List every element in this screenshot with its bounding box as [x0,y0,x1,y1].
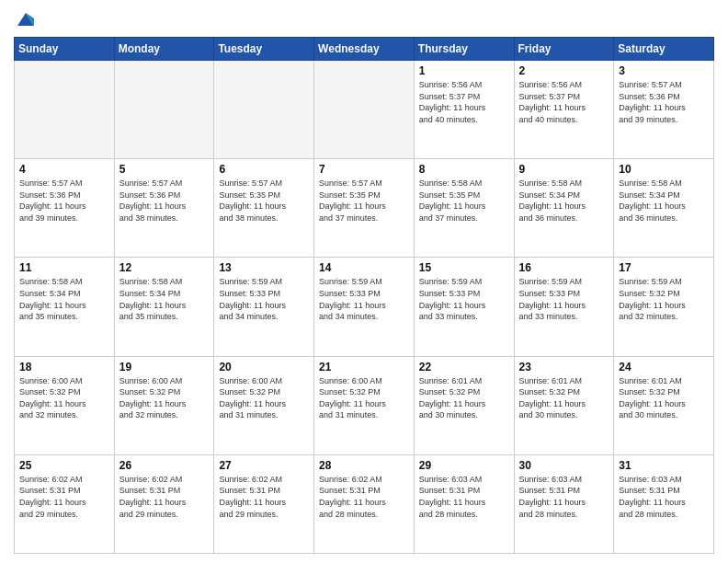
day-number: 1 [419,64,509,77]
calendar-cell [214,61,314,159]
day-number: 5 [119,163,210,176]
day-info: Sunrise: 6:00 AM Sunset: 5:32 PM Dayligh… [319,375,409,421]
day-number: 28 [319,459,409,472]
col-header-friday: Friday [514,38,614,61]
day-number: 6 [219,163,309,176]
calendar-cell: 1Sunrise: 5:56 AM Sunset: 5:37 PM Daylig… [414,61,514,159]
calendar-cell: 3Sunrise: 5:57 AM Sunset: 5:36 PM Daylig… [614,61,714,159]
calendar-cell: 29Sunrise: 6:03 AM Sunset: 5:31 PM Dayli… [414,454,514,553]
day-info: Sunrise: 5:56 AM Sunset: 5:37 PM Dayligh… [519,79,609,125]
day-number: 9 [519,163,609,176]
day-info: Sunrise: 6:03 AM Sunset: 5:31 PM Dayligh… [419,474,509,520]
calendar-cell: 15Sunrise: 5:59 AM Sunset: 5:33 PM Dayli… [414,258,514,356]
day-info: Sunrise: 6:02 AM Sunset: 5:31 PM Dayligh… [19,474,109,520]
col-header-thursday: Thursday [414,38,514,61]
day-number: 18 [19,361,109,373]
day-number: 24 [619,361,709,373]
day-number: 26 [119,459,210,472]
header [14,9,714,29]
day-info: Sunrise: 5:58 AM Sunset: 5:34 PM Dayligh… [619,178,709,224]
calendar-cell: 10Sunrise: 5:58 AM Sunset: 5:34 PM Dayli… [614,159,714,258]
day-info: Sunrise: 5:58 AM Sunset: 5:34 PM Dayligh… [519,178,609,224]
calendar-cell: 7Sunrise: 5:57 AM Sunset: 5:35 PM Daylig… [314,159,415,258]
logo-icon [16,9,36,29]
day-number: 3 [619,64,709,77]
day-info: Sunrise: 5:57 AM Sunset: 5:36 PM Dayligh… [119,178,210,224]
day-info: Sunrise: 5:59 AM Sunset: 5:33 PM Dayligh… [219,276,309,322]
day-info: Sunrise: 5:57 AM Sunset: 5:35 PM Dayligh… [219,178,309,224]
day-number: 23 [519,361,609,373]
col-header-sunday: Sunday [15,38,115,61]
calendar-cell: 28Sunrise: 6:02 AM Sunset: 5:31 PM Dayli… [314,454,415,553]
calendar-table: SundayMondayTuesdayWednesdayThursdayFrid… [14,37,714,554]
day-number: 31 [619,459,709,472]
day-number: 4 [19,163,109,176]
calendar-week-5: 25Sunrise: 6:02 AM Sunset: 5:31 PM Dayli… [15,454,714,553]
calendar-cell: 30Sunrise: 6:03 AM Sunset: 5:31 PM Dayli… [514,454,614,553]
day-number: 20 [219,361,309,373]
calendar-week-2: 4Sunrise: 5:57 AM Sunset: 5:36 PM Daylig… [15,159,714,258]
day-info: Sunrise: 6:00 AM Sunset: 5:32 PM Dayligh… [119,375,210,421]
calendar-cell: 23Sunrise: 6:01 AM Sunset: 5:32 PM Dayli… [514,356,614,454]
day-info: Sunrise: 6:00 AM Sunset: 5:32 PM Dayligh… [19,375,109,421]
day-info: Sunrise: 5:58 AM Sunset: 5:34 PM Dayligh… [19,276,109,322]
calendar-cell: 4Sunrise: 5:57 AM Sunset: 5:36 PM Daylig… [15,159,115,258]
day-number: 19 [119,361,210,373]
calendar-cell: 19Sunrise: 6:00 AM Sunset: 5:32 PM Dayli… [114,356,214,454]
col-header-saturday: Saturday [614,38,714,61]
day-number: 16 [519,261,609,274]
day-number: 30 [519,459,609,472]
day-number: 21 [319,361,409,373]
day-info: Sunrise: 5:59 AM Sunset: 5:32 PM Dayligh… [619,276,709,322]
day-info: Sunrise: 6:03 AM Sunset: 5:31 PM Dayligh… [619,474,709,520]
calendar-cell: 9Sunrise: 5:58 AM Sunset: 5:34 PM Daylig… [514,159,614,258]
day-number: 17 [619,261,709,274]
calendar-cell: 12Sunrise: 5:58 AM Sunset: 5:34 PM Dayli… [114,258,214,356]
day-info: Sunrise: 6:01 AM Sunset: 5:32 PM Dayligh… [519,375,609,421]
day-info: Sunrise: 5:59 AM Sunset: 5:33 PM Dayligh… [319,276,409,322]
day-info: Sunrise: 5:57 AM Sunset: 5:36 PM Dayligh… [19,178,109,224]
day-number: 13 [219,261,309,274]
calendar-header-row: SundayMondayTuesdayWednesdayThursdayFrid… [15,38,714,61]
calendar-week-3: 11Sunrise: 5:58 AM Sunset: 5:34 PM Dayli… [15,258,714,356]
calendar-cell: 8Sunrise: 5:58 AM Sunset: 5:35 PM Daylig… [414,159,514,258]
calendar-cell: 14Sunrise: 5:59 AM Sunset: 5:33 PM Dayli… [314,258,415,356]
day-info: Sunrise: 6:02 AM Sunset: 5:31 PM Dayligh… [219,474,309,520]
calendar-cell: 21Sunrise: 6:00 AM Sunset: 5:32 PM Dayli… [314,356,415,454]
day-info: Sunrise: 5:58 AM Sunset: 5:34 PM Dayligh… [119,276,210,322]
day-number: 10 [619,163,709,176]
day-info: Sunrise: 6:01 AM Sunset: 5:32 PM Dayligh… [619,375,709,421]
calendar-cell: 25Sunrise: 6:02 AM Sunset: 5:31 PM Dayli… [15,454,115,553]
col-header-monday: Monday [114,38,214,61]
day-info: Sunrise: 6:02 AM Sunset: 5:31 PM Dayligh… [119,474,210,520]
day-info: Sunrise: 6:00 AM Sunset: 5:32 PM Dayligh… [219,375,309,421]
day-info: Sunrise: 5:58 AM Sunset: 5:35 PM Dayligh… [419,178,509,224]
calendar-cell: 11Sunrise: 5:58 AM Sunset: 5:34 PM Dayli… [15,258,115,356]
day-info: Sunrise: 6:03 AM Sunset: 5:31 PM Dayligh… [519,474,609,520]
day-info: Sunrise: 6:02 AM Sunset: 5:31 PM Dayligh… [319,474,409,520]
day-number: 8 [419,163,509,176]
day-number: 27 [219,459,309,472]
calendar-cell: 22Sunrise: 6:01 AM Sunset: 5:32 PM Dayli… [414,356,514,454]
day-number: 7 [319,163,409,176]
day-info: Sunrise: 5:57 AM Sunset: 5:35 PM Dayligh… [319,178,409,224]
calendar-cell [114,61,214,159]
calendar-week-1: 1Sunrise: 5:56 AM Sunset: 5:37 PM Daylig… [15,61,714,159]
day-info: Sunrise: 5:56 AM Sunset: 5:37 PM Dayligh… [419,79,509,125]
calendar-week-4: 18Sunrise: 6:00 AM Sunset: 5:32 PM Dayli… [15,356,714,454]
calendar-cell: 20Sunrise: 6:00 AM Sunset: 5:32 PM Dayli… [214,356,314,454]
calendar-cell: 31Sunrise: 6:03 AM Sunset: 5:31 PM Dayli… [614,454,714,553]
calendar-cell [15,61,115,159]
day-number: 2 [519,64,609,77]
col-header-tuesday: Tuesday [214,38,314,61]
calendar-cell: 13Sunrise: 5:59 AM Sunset: 5:33 PM Dayli… [214,258,314,356]
day-number: 11 [19,261,109,274]
day-number: 15 [419,261,509,274]
day-number: 29 [419,459,509,472]
calendar-cell: 16Sunrise: 5:59 AM Sunset: 5:33 PM Dayli… [514,258,614,356]
day-info: Sunrise: 5:59 AM Sunset: 5:33 PM Dayligh… [419,276,509,322]
day-info: Sunrise: 5:57 AM Sunset: 5:36 PM Dayligh… [619,79,709,125]
calendar-cell: 24Sunrise: 6:01 AM Sunset: 5:32 PM Dayli… [614,356,714,454]
day-info: Sunrise: 5:59 AM Sunset: 5:33 PM Dayligh… [519,276,609,322]
calendar-cell [314,61,415,159]
